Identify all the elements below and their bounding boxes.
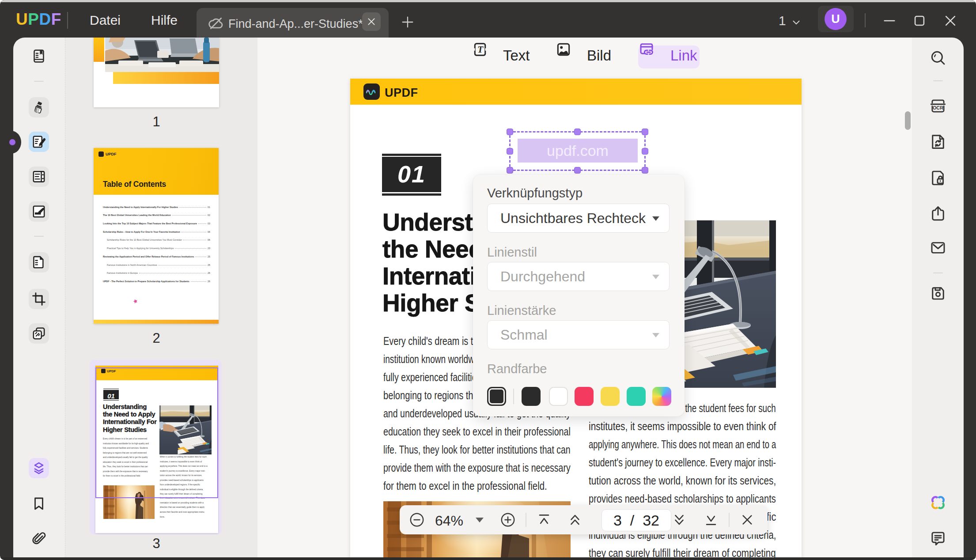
thumbnail-panel: 1 UPDF Table of Contents Understanding t… [65, 38, 257, 557]
sidebar-organize-button[interactable] [29, 166, 49, 187]
section-bar-top [382, 154, 441, 156]
toc-row: Scholarship Rules for the 10 Best Global… [103, 233, 210, 242]
previous-page-button[interactable] [567, 511, 583, 528]
convert-icon[interactable] [929, 132, 947, 151]
link-selection-box[interactable] [509, 131, 646, 171]
minimize-button[interactable] [881, 12, 898, 30]
logo-letter: U [16, 10, 28, 28]
comment-icon[interactable] [929, 529, 947, 548]
handle-n[interactable] [574, 129, 581, 135]
sidebar-edit-button[interactable] [29, 132, 49, 152]
sidebar-layers-button[interactable] [29, 458, 49, 478]
protect-icon[interactable] [929, 169, 947, 187]
menu-hilfe[interactable]: Hilfe [151, 13, 178, 28]
left-sidebar [13, 38, 65, 557]
color-swatch-red[interactable] [575, 387, 594, 406]
toc-row: The 10 Best Global Universities Leading … [103, 208, 210, 217]
document-tab[interactable]: Find-and-Ap...er-Studies* [197, 8, 389, 38]
sidebar-fill-sign-button[interactable] [29, 201, 49, 222]
save-icon[interactable] [929, 284, 947, 303]
tab-close-button[interactable] [362, 12, 381, 31]
handle-se[interactable] [642, 167, 648, 174]
page1-left-band [94, 38, 104, 62]
handle-s[interactable] [574, 167, 581, 174]
page3-viewport-indicator[interactable] [95, 367, 218, 498]
handle-nw[interactable] [507, 129, 513, 135]
thumbnail-2-label: 2 [94, 330, 219, 346]
handle-sw[interactable] [507, 167, 513, 174]
maximize-button[interactable] [911, 12, 928, 30]
next-page-button[interactable] [671, 511, 688, 528]
sidebar-attachment-button[interactable] [29, 528, 49, 549]
handle-e[interactable] [642, 148, 648, 155]
color-swatch-rainbow[interactable] [652, 387, 671, 406]
logo-letter: D [39, 10, 51, 28]
image-mode-label[interactable]: Bild [587, 47, 611, 64]
color-swatch-teal[interactable] [627, 387, 646, 406]
updf-ai-icon[interactable] [929, 493, 947, 512]
toc-row: Understanding the Need to Apply Internat… [103, 200, 210, 208]
zoombar-divider-1 [526, 513, 526, 527]
sidebar-bookmark-button[interactable] [29, 493, 49, 514]
close-toolbar-button[interactable] [739, 511, 756, 528]
sidebar-crop-button[interactable] [29, 289, 49, 309]
link-mode-label[interactable]: Link [670, 47, 697, 64]
new-tab-button[interactable] [399, 13, 416, 31]
text-line: student's journey to excellence. Every m… [589, 454, 728, 472]
handle-w[interactable] [507, 148, 513, 155]
menu-datei[interactable]: Datei [90, 13, 121, 28]
color-swatch-yellow[interactable] [601, 387, 620, 406]
line-width-select[interactable]: Schmal [487, 320, 670, 349]
color-swatch-black[interactable] [522, 387, 541, 406]
sidebar-reader-button[interactable] [29, 46, 49, 66]
chevron-down-icon[interactable] [791, 17, 802, 28]
page-indicator[interactable]: 3 / 32 [601, 509, 671, 531]
updf-logo: UPDF [16, 10, 61, 29]
link-type-value: Unsichtbares Rechteck [500, 210, 646, 227]
last-page-button[interactable] [703, 511, 719, 528]
vertical-scrollbar[interactable] [905, 111, 911, 130]
thumbnail-page-3-selected[interactable]: UPDF 01 Understandingthe Need to ApplyIn… [90, 360, 222, 534]
text-line: across their favorite and most appropria… [160, 510, 213, 515]
right-sidebar: OCR [912, 38, 964, 557]
thumbnail-page-3[interactable]: UPDF 01 Understandingthe Need to ApplyIn… [95, 366, 218, 533]
zoom-caret-icon[interactable] [476, 518, 484, 522]
text-line: provide them with the exposure that is n… [383, 459, 524, 477]
close-window-button[interactable] [942, 12, 959, 30]
account-chip[interactable]: U [818, 6, 854, 32]
thumbnail-page-2[interactable]: UPDF Table of Contents Understanding the… [94, 148, 219, 324]
share-icon[interactable] [929, 204, 947, 223]
line-style-select[interactable]: Durchgehend [487, 262, 670, 291]
logo-letter: P [28, 10, 39, 28]
link-properties-dialog: Verknüpfungstyp Unsichtbares Rechteck Li… [473, 174, 685, 416]
zoom-in-button[interactable] [499, 511, 516, 528]
thumbnail-page-1[interactable] [94, 38, 219, 107]
link-type-label: Verknüpfungstyp [487, 186, 583, 201]
main-viewer: T Text Bild Link [257, 38, 912, 557]
sidebar-comment-button[interactable] [29, 97, 49, 117]
color-swatch-white[interactable] [549, 387, 568, 406]
cloud-offline-icon [206, 13, 226, 33]
toc-row: Reviewing the Application Period and Off… [103, 250, 210, 258]
line-style-value: Durchgehend [500, 269, 585, 285]
first-page-button[interactable] [536, 511, 552, 528]
mail-icon[interactable] [929, 238, 947, 257]
text-mode-label[interactable]: Text [503, 47, 530, 64]
window-count[interactable]: 1 [779, 13, 786, 28]
color-swatch-black-selected[interactable] [487, 387, 506, 406]
zoom-level[interactable]: 64% [435, 513, 463, 529]
zoom-out-button[interactable] [409, 511, 425, 528]
page1-bottom-band [113, 72, 219, 84]
titlebar: UPDF Datei Hilfe Find-and-Ap...er-Studie… [0, 2, 976, 38]
toc-row: Famous Institutions in Europe26 [103, 266, 210, 275]
section-number: 01 [382, 157, 441, 192]
avatar[interactable]: U [825, 8, 847, 30]
link-type-select[interactable]: Unsichtbares Rechteck [487, 204, 670, 233]
handle-ne[interactable] [642, 129, 648, 135]
line-width-label: Linienstärke [487, 303, 556, 318]
ocr-icon[interactable]: OCR [929, 97, 947, 115]
chevron-down-icon [652, 216, 659, 221]
sidebar-watermark-button[interactable] [29, 323, 49, 344]
search-icon[interactable] [929, 49, 947, 67]
sidebar-pages-button[interactable] [29, 252, 49, 272]
